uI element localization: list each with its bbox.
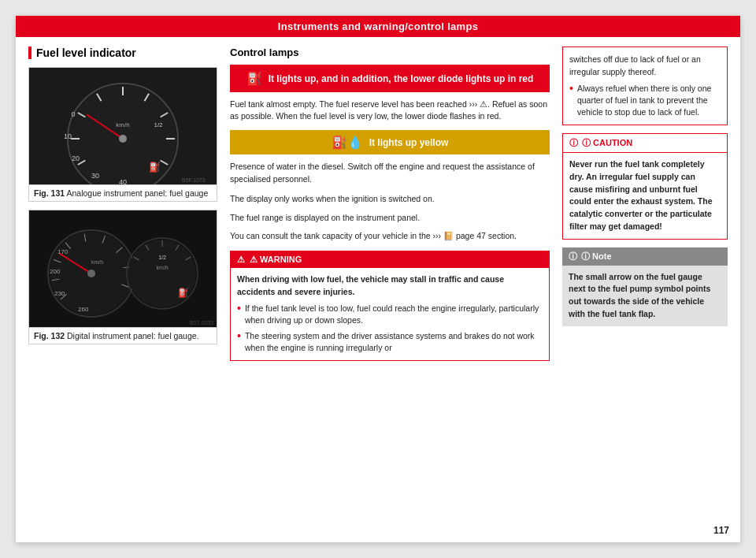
fig131-label: Fig. 131 [34,188,65,198]
info-red-text1: switches off due to lack of fuel or an i… [569,54,721,79]
svg-text:20: 20 [72,154,80,162]
note-content: The small arrow on the fuel gauge next t… [562,266,728,326]
fig132-image: 170 200 230 260 km/h km/h [29,210,217,327]
left-column: Fuel level indicator [28,46,217,526]
caution-box: ⓘ ⓘ CAUTION Never run the fuel tank comp… [562,133,728,240]
lamp-yellow-box: ⛽💧 It lights up yellow [230,130,550,154]
fuel-lamp-icon: ⛽ [246,71,262,86]
svg-text:40: 40 [119,178,127,184]
fig131-caption: Fig. 131 Analogue instrument panel: fuel… [29,184,217,201]
svg-text:B57.0333: B57.0333 [190,320,213,326]
fig132-container: 170 200 230 260 km/h km/h [28,210,217,344]
water-lamp-icon: ⛽💧 [332,135,363,150]
note-box: ⓘ ⓘ Note The small arrow on the fuel gau… [562,247,728,326]
warning-bullet-2-text: The steering system and the driver assis… [245,330,543,354]
lamp-red-box: ⛽ It lights up, and in addition, the low… [230,65,550,92]
svg-point-41 [87,270,95,277]
svg-text:km/h: km/h [91,259,103,265]
warning-intro: When driving with low fuel, the vehicle … [237,273,543,299]
bullet-dot-icon-2: • [237,330,241,354]
fig132-label: Fig. 132 [34,331,65,340]
warning-bullet-1-text: If the fuel tank level is too low, fuel … [245,303,543,326]
svg-text:10: 10 [64,132,72,140]
svg-text:1/2: 1/2 [158,255,166,260]
caution-content: Never run the fuel tank completely dry. … [563,153,727,239]
svg-text:⛽: ⛽ [178,287,189,298]
analog-gauge-svg: 0 10 20 30 40 km/h ⛽ 1/2 [29,68,217,184]
note-icon: ⓘ [569,251,577,262]
bullet-dot-icon: • [237,303,241,326]
info-red-bullet-text: Always refuel when there is only one qua… [577,83,721,119]
page-number: 117 [713,525,729,536]
svg-text:230: 230 [54,290,65,297]
body-text-capacity: You can consult the tank capacity of you… [230,230,550,243]
fig131-image: 0 10 20 30 40 km/h ⛽ 1/2 [29,68,217,184]
warning-label: ⚠ WARNING [250,255,302,265]
warning-header: ⚠ ⚠ WARNING [231,251,549,268]
lamp-yellow-text: It lights up yellow [369,137,449,148]
warning-triangle-icon: ⚠ [237,255,245,265]
warning-intro-text: When driving with low fuel, the vehicle … [237,274,504,296]
lamp-red-text: It lights up, and in addition, the lower… [269,73,534,84]
header-title: Instruments and warning/control lamps [278,20,479,32]
fig132-caption: Fig. 132 Digital instrument panel: fuel … [29,327,217,344]
svg-text:170: 170 [57,248,69,255]
info-red-bullet-1: • Always refuel when there is only one q… [569,83,721,119]
svg-text:km/h: km/h [156,265,168,270]
right-column: switches off due to lack of fuel or an i… [562,46,728,526]
info-bullet-dot: • [569,83,573,119]
warning-box: ⚠ ⚠ WARNING When driving with low fuel, … [230,251,550,360]
svg-point-43 [128,240,196,307]
note-header: ⓘ ⓘ Note [562,247,728,266]
caution-label: ⓘ CAUTION [582,137,632,149]
middle-column: Control lamps ⛽ It lights up, and in add… [230,46,550,526]
info-red-box: switches off due to lack of fuel or an i… [562,46,728,125]
svg-text:⛽: ⛽ [149,161,161,173]
note-label: ⓘ Note [581,251,612,262]
svg-text:0: 0 [71,110,75,118]
digital-gauge-svg: 170 200 230 260 km/h km/h [29,210,217,327]
fig132-text: Digital instrument panel: fuel gauge. [67,331,199,340]
warning-content: When driving with low fuel, the vehicle … [231,268,549,359]
svg-text:30: 30 [91,172,99,180]
warning-bullet-1: • If the fuel tank level is too low, fue… [237,303,543,326]
caution-text: Never run the fuel tank completely dry. … [569,159,712,231]
svg-point-19 [119,135,127,143]
svg-text:260: 260 [78,306,89,313]
page-header: Instruments and warning/control lamps [16,16,740,37]
body-text-range: The fuel range is displayed on the instr… [230,212,550,225]
svg-text:200: 200 [50,268,61,275]
section-title: Fuel level indicator [28,46,217,59]
caution-circle-icon: ⓘ [569,137,578,149]
body-text-ignition: The display only works when the ignition… [230,193,550,206]
warning-bullet-2: • The steering system and the driver ass… [237,330,543,354]
note-text: The small arrow on the fuel gauge next t… [569,272,710,318]
lamp-yellow-description: Presence of water in the diesel. Switch … [230,161,550,184]
svg-text:km/h: km/h [116,121,129,128]
svg-text:1/2: 1/2 [154,121,163,128]
fig131-container: 0 10 20 30 40 km/h ⛽ 1/2 [28,67,217,202]
page: Instruments and warning/control lamps Fu… [16,16,740,542]
caution-header: ⓘ ⓘ CAUTION [563,134,727,153]
lamp-red-description: Fuel tank almost empty. The fuel reserve… [230,99,550,122]
fig131-text: Analogue instrument panel: fuel gauge [66,188,208,198]
svg-text:B5F.1073: B5F.1073 [182,177,206,183]
control-lamps-title: Control lamps [230,46,550,58]
